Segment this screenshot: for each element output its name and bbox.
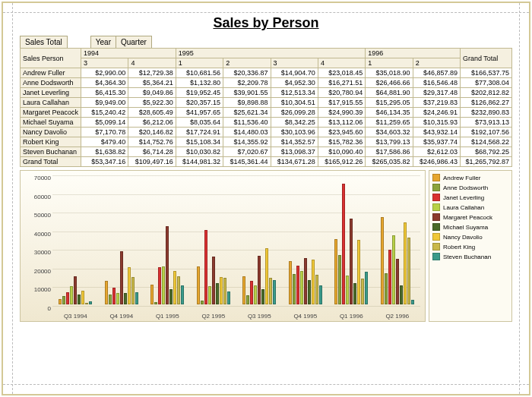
cell-value: $5,364.21 [128,78,176,88]
cell-value: $1,132.80 [176,78,223,88]
bar [315,275,318,304]
header-year-1996[interactable]: 1996 [366,49,461,58]
bar [269,278,272,304]
cell-value: $26,099.28 [271,108,318,118]
bar [109,295,112,304]
header-year-1994[interactable]: 1994 [81,49,176,58]
pivot-table: Sales Person 1994 1995 1996 Grand Total … [20,48,512,167]
bar [78,295,81,304]
bar [350,219,353,304]
bar [250,281,253,304]
y-tick-label: 0 [21,305,51,312]
row-person-label: Nancy Davolio [21,128,81,137]
bar [353,283,356,304]
bar [120,251,123,304]
bar [227,291,230,304]
bar [201,301,204,304]
legend-item: Andrew Fuller [432,174,508,181]
cell-row-total: $202,812.82 [461,88,512,98]
header-year-1995[interactable]: 1995 [176,49,366,58]
cell-value: $15,240.42 [81,108,128,118]
table-row: Anne Dodsworth$4,364.30$5,364.21$1,132.8… [21,78,512,88]
cell-value: $14,752.76 [128,137,176,147]
tab-sales-total[interactable]: Sales Total [20,36,68,48]
cell-value: $10,304.51 [271,98,318,108]
table-row: Nancy Davolio$7,170.78$20,146.82$17,724.… [21,128,512,137]
legend-label: Margaret Peacock [443,214,492,221]
cell-value: $34,603.32 [366,128,413,137]
bar [411,300,414,304]
x-tick-label: Q2 1996 [385,313,409,320]
cell-value: $28,605.49 [128,108,176,118]
header-quarter[interactable]: 1 [366,58,413,68]
cell-row-total: $126,862.27 [461,98,512,108]
cell-value: $15,782.36 [318,137,365,147]
cell-value: $1,638.82 [81,147,128,157]
bar [365,272,368,304]
header-quarter[interactable]: 3 [271,58,318,68]
grand-total-row: Grand Total$53,347.16$109,497.16$144,981… [21,157,512,167]
legend-item: Anne Dodsworth [432,184,508,191]
header-quarter[interactable]: 4 [318,58,365,68]
tab-quarter[interactable]: Quarter [116,36,152,48]
cell-value: $37,219.83 [413,98,460,108]
cell-grand-value: $109,497.16 [128,157,176,167]
table-row: Robert King$479.40$14,752.76$15,108.34$1… [21,137,512,147]
x-tick-label: Q1 1995 [156,313,179,320]
cell-value: $10,315.93 [413,118,460,128]
header-quarter[interactable]: 1 [176,58,223,68]
bar [66,292,69,304]
bar [273,280,276,304]
cell-value: $5,922.30 [128,98,176,108]
bar [70,286,73,304]
cell-value: $20,146.82 [128,128,176,137]
cell-row-total: $73,913.13 [461,118,512,128]
legend-label: Laura Callahan [443,204,484,211]
bar [220,277,223,304]
tab-year[interactable]: Year [90,36,116,48]
legend-item: Steven Buchanan [432,253,508,260]
bar [150,285,154,304]
cell-value: $6,415.30 [81,88,128,98]
bar [74,276,77,304]
cell-value: $23,945.60 [318,128,365,137]
bar [112,288,116,304]
cell-row-total: $166,537.75 [461,68,512,78]
row-person-label: Anne Dodsworth [21,78,81,88]
header-quarter[interactable]: 3 [81,58,128,68]
cell-value: $4,364.30 [81,78,128,88]
cell-grand-value: $265,035.82 [366,157,413,167]
bar-group [150,226,184,304]
bar [392,235,395,304]
cell-value: $14,352.57 [271,137,318,147]
bar [296,266,299,304]
table-row: Andrew Fuller$2,990.00$12,729.38$10,681.… [21,68,512,78]
legend-label: Anne Dodsworth [443,184,488,191]
bar [293,274,296,304]
cell-value: $15,108.34 [176,137,223,147]
cell-value: $4,952.30 [271,78,318,88]
bar [135,292,138,304]
header-quarter[interactable]: 4 [128,58,176,68]
cell-value: $479.40 [81,137,128,147]
cell-value: $14,480.03 [223,128,271,137]
bar [357,240,360,304]
bar [388,250,391,304]
bar [254,285,257,304]
cell-value: $6,212.06 [128,118,176,128]
bar [89,301,92,304]
cell-value: $7,020.67 [223,147,271,157]
header-grand-total: Grand Total [461,49,512,68]
legend-item: Margaret Peacock [432,213,508,221]
legend-item: Nancy Davolio [432,233,508,241]
y-tick-label: 60000 [21,193,51,200]
cell-value: $64,881.90 [366,88,413,98]
header-quarter[interactable]: 2 [223,58,271,68]
header-quarter[interactable]: 2 [413,58,460,68]
bar [289,261,292,304]
page-title: Sales by Person [20,15,512,31]
bar [400,285,403,304]
bar [166,226,169,304]
bar-group [105,251,138,304]
bar [334,239,337,304]
